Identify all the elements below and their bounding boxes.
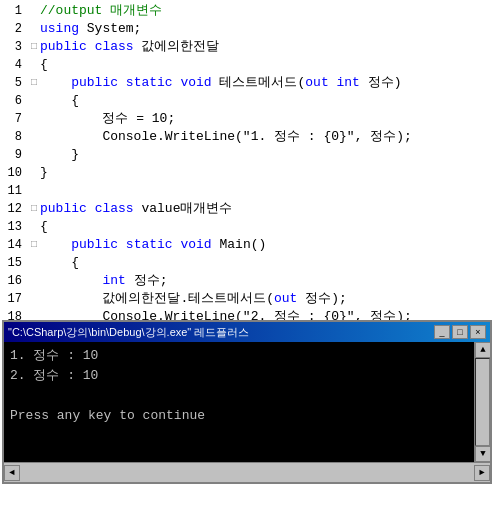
line-number: 7 — [0, 110, 28, 128]
code-line: 12□public class value매개변수 — [0, 200, 500, 218]
code-line: 17 값에의한전달.테스트메서드(out 정수); — [0, 290, 500, 308]
code-content: public static void 테스트메서드(out int 정수) — [40, 74, 500, 92]
line-number: 2 — [0, 20, 28, 38]
collapse-icon[interactable]: □ — [28, 236, 40, 254]
line-number: 17 — [0, 290, 28, 308]
code-line: 2using System; — [0, 20, 500, 38]
collapse-icon[interactable]: □ — [28, 38, 40, 56]
code-content: using System; — [40, 20, 500, 38]
scroll-track — [475, 358, 490, 446]
line-number: 18 — [0, 308, 28, 320]
code-content: 값에의한전달.테스트메서드(out 정수); — [40, 290, 500, 308]
code-content: 정수 = 10; — [40, 110, 500, 128]
line-number: 14 — [0, 236, 28, 254]
line-number: 1 — [0, 2, 28, 20]
code-content: { — [40, 56, 500, 74]
code-segment: public — [71, 75, 118, 90]
code-segment — [87, 201, 95, 216]
code-content: Console.WriteLine("1. 정수 : {0}", 정수); — [40, 128, 500, 146]
console-titlebar: "C:\CSharp\강의\bin\Debug\강의.exe" 레드플러스 _ … — [4, 322, 490, 342]
console-output-line: Press any key to continue — [10, 406, 468, 426]
code-segment: class — [95, 201, 134, 216]
code-line: 18 Console.WriteLine("2. 정수 : {0}", 정수); — [0, 308, 500, 320]
code-segment: 정수); — [297, 291, 346, 306]
code-content: } — [40, 146, 500, 164]
code-segment: public — [40, 201, 87, 216]
code-content: } — [40, 164, 500, 182]
code-segment: } — [40, 147, 79, 162]
line-number: 9 — [0, 146, 28, 164]
code-segment: void — [180, 75, 211, 90]
code-segment: out — [274, 291, 297, 306]
code-line: 5□ public static void 테스트메서드(out int 정수) — [0, 74, 500, 92]
code-segment: 정수 = 10; — [40, 111, 175, 126]
code-segment: Main() — [212, 237, 267, 252]
line-number: 13 — [0, 218, 28, 236]
code-segment: class — [95, 39, 134, 54]
minimize-button[interactable]: _ — [434, 325, 450, 339]
code-segment: out — [305, 75, 328, 90]
code-segment — [87, 39, 95, 54]
line-number: 16 — [0, 272, 28, 290]
line-number: 12 — [0, 200, 28, 218]
code-segment — [118, 237, 126, 252]
line-number: 10 — [0, 164, 28, 182]
console-output-line: 1. 정수 : 10 — [10, 346, 468, 366]
maximize-button[interactable]: □ — [452, 325, 468, 339]
code-content: { — [40, 218, 500, 236]
code-segment: Console.WriteLine("2. 정수 : {0}", 정수); — [40, 309, 412, 320]
code-segment: { — [40, 219, 48, 234]
code-segment: 정수) — [360, 75, 402, 90]
code-content: public static void Main() — [40, 236, 500, 254]
code-segment — [40, 75, 71, 90]
code-line: 13{ — [0, 218, 500, 236]
code-line: 4{ — [0, 56, 500, 74]
code-segment: 정수; — [126, 273, 168, 288]
horizontal-scroll-track — [20, 465, 474, 481]
collapse-icon[interactable]: □ — [28, 200, 40, 218]
code-segment: } — [40, 165, 48, 180]
scroll-down-button[interactable]: ▼ — [475, 446, 491, 462]
code-segment: public — [71, 237, 118, 252]
close-button[interactable]: × — [470, 325, 486, 339]
code-segment: 값에의한전달.테스트메서드( — [40, 291, 274, 306]
code-content: public class value매개변수 — [40, 200, 500, 218]
code-segment: int — [337, 75, 360, 90]
collapse-icon[interactable]: □ — [28, 74, 40, 92]
code-content: int 정수; — [40, 272, 500, 290]
code-content: Console.WriteLine("2. 정수 : {0}", 정수); — [40, 308, 500, 320]
code-content: //output 매개변수 — [40, 2, 500, 20]
console-window: "C:\CSharp\강의\bin\Debug\강의.exe" 레드플러스 _ … — [2, 320, 492, 484]
code-segment: void — [180, 237, 211, 252]
code-segment: 값에의한전달 — [134, 39, 220, 54]
code-segment: { — [40, 57, 48, 72]
code-segment: value매개변수 — [134, 201, 233, 216]
line-number: 8 — [0, 128, 28, 146]
scroll-right-button[interactable]: ► — [474, 465, 490, 481]
code-segment — [40, 237, 71, 252]
scroll-up-button[interactable]: ▲ — [475, 342, 491, 358]
scrollbar[interactable]: ▲ ▼ — [474, 342, 490, 462]
code-segment: //output 매개변수 — [40, 3, 162, 18]
console-title-text: "C:\CSharp\강의\bin\Debug\강의.exe" 레드플러스 — [8, 325, 249, 340]
scroll-left-button[interactable]: ◄ — [4, 465, 20, 481]
code-line: 6 { — [0, 92, 500, 110]
code-segment: int — [102, 273, 125, 288]
code-segment — [40, 273, 102, 288]
line-number: 15 — [0, 254, 28, 272]
console-body: 1. 정수 : 102. 정수 : 10 Press any key to co… — [4, 342, 474, 462]
code-segment: static — [126, 237, 173, 252]
code-line: 7 정수 = 10; — [0, 110, 500, 128]
code-lines: 1//output 매개변수2using System;3□public cla… — [0, 0, 500, 320]
code-line: 8 Console.WriteLine("1. 정수 : {0}", 정수); — [0, 128, 500, 146]
code-line: 11 — [0, 182, 500, 200]
code-content: { — [40, 92, 500, 110]
code-line: 16 int 정수; — [0, 272, 500, 290]
code-line: 1//output 매개변수 — [0, 2, 500, 20]
line-number: 5 — [0, 74, 28, 92]
line-number: 3 — [0, 38, 28, 56]
code-segment: System; — [79, 21, 141, 36]
code-segment: public — [40, 39, 87, 54]
code-segment — [329, 75, 337, 90]
code-line: 9 } — [0, 146, 500, 164]
